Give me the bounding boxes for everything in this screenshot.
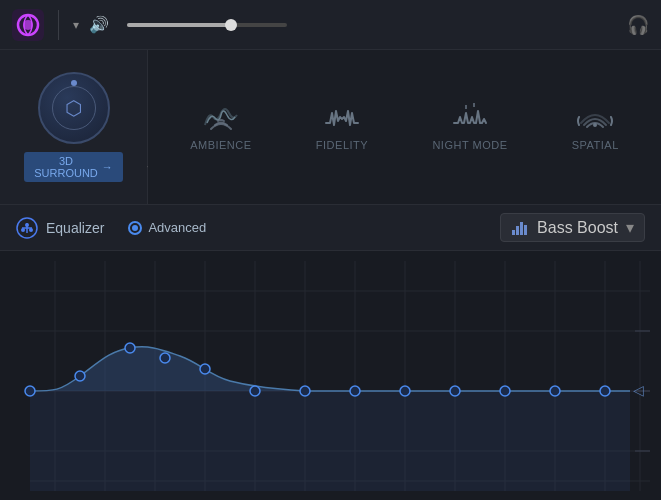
- eq-canvas: ◁: [0, 251, 661, 500]
- svg-point-49: [600, 386, 610, 396]
- volume-slider-thumb: [225, 19, 237, 31]
- svg-rect-12: [512, 230, 515, 235]
- ambience-icon: [203, 103, 239, 131]
- svg-point-9: [25, 223, 29, 227]
- svg-point-5: [593, 123, 597, 127]
- dropdown-arrow-icon[interactable]: ▾: [73, 18, 79, 32]
- svg-point-44: [350, 386, 360, 396]
- effect-spatial[interactable]: SPATIAL: [572, 103, 619, 151]
- effect-section: ⬡ − 3D SURROUND → + AMBIENCE: [0, 50, 661, 205]
- svg-point-41: [200, 364, 210, 374]
- volume-slider[interactable]: [127, 23, 287, 27]
- eq-title: Equalizer: [46, 220, 104, 236]
- spatial-label: SPATIAL: [572, 139, 619, 151]
- advanced-radio-fill: [132, 225, 138, 231]
- spatial-icon: [577, 103, 613, 131]
- surround-arrow-icon: →: [102, 161, 113, 173]
- fidelity-label: FIDELITY: [316, 139, 368, 151]
- night-mode-label: NIGHT MODE: [432, 139, 507, 151]
- topbar: ▾ 🔊 🎧: [0, 0, 661, 50]
- volume-slider-fill: [127, 23, 231, 27]
- bar-chart-icon: [511, 220, 529, 236]
- svg-point-10: [21, 228, 25, 232]
- svg-rect-13: [516, 226, 519, 235]
- night-mode-icon: [452, 103, 488, 131]
- svg-point-38: [75, 371, 85, 381]
- effect-fidelity[interactable]: FIDELITY: [316, 103, 368, 151]
- advanced-label: Advanced: [148, 220, 206, 235]
- surround-icon: ⬡: [65, 96, 82, 120]
- fidelity-icon: [324, 103, 360, 131]
- svg-text:◁: ◁: [633, 382, 644, 398]
- svg-point-37: [25, 386, 35, 396]
- preset-label: Bass Boost: [537, 219, 618, 237]
- svg-point-47: [500, 386, 510, 396]
- headphone-icon: 🎧: [627, 14, 649, 36]
- eq-header: Equalizer Advanced Bass Boost ▾: [0, 205, 661, 251]
- svg-point-46: [450, 386, 460, 396]
- ambience-label: AMBIENCE: [190, 139, 251, 151]
- surround-inner: ⬡: [52, 86, 96, 130]
- eq-preset-dropdown[interactable]: Bass Boost ▾: [500, 213, 645, 242]
- effect-ambience[interactable]: AMBIENCE: [190, 103, 251, 151]
- topbar-divider: [58, 10, 59, 40]
- surround-button[interactable]: 3D SURROUND →: [24, 152, 123, 182]
- surround-label: 3D SURROUND: [34, 155, 98, 179]
- advanced-radio[interactable]: [128, 221, 142, 235]
- svg-point-45: [400, 386, 410, 396]
- eq-advanced[interactable]: Advanced: [128, 220, 206, 235]
- svg-point-42: [250, 386, 260, 396]
- svg-point-43: [300, 386, 310, 396]
- effect-items: AMBIENCE FIDELITY NIGHT MODE: [148, 50, 661, 204]
- surround-panel: ⬡ − 3D SURROUND → +: [0, 50, 148, 204]
- svg-point-39: [125, 343, 135, 353]
- svg-point-40: [160, 353, 170, 363]
- svg-point-11: [29, 228, 33, 232]
- volume-icon: 🔊: [89, 15, 109, 34]
- chevron-down-icon: ▾: [626, 218, 634, 237]
- surround-controls: − 3D SURROUND → +: [0, 152, 156, 182]
- logo-icon: [12, 9, 44, 41]
- effect-night-mode[interactable]: NIGHT MODE: [432, 103, 507, 151]
- surround-circle[interactable]: ⬡: [38, 72, 110, 144]
- equalizer-icon: [16, 217, 38, 239]
- svg-point-48: [550, 386, 560, 396]
- svg-rect-14: [520, 222, 523, 235]
- eq-curve-svg: ◁: [0, 251, 661, 500]
- svg-rect-15: [524, 225, 527, 235]
